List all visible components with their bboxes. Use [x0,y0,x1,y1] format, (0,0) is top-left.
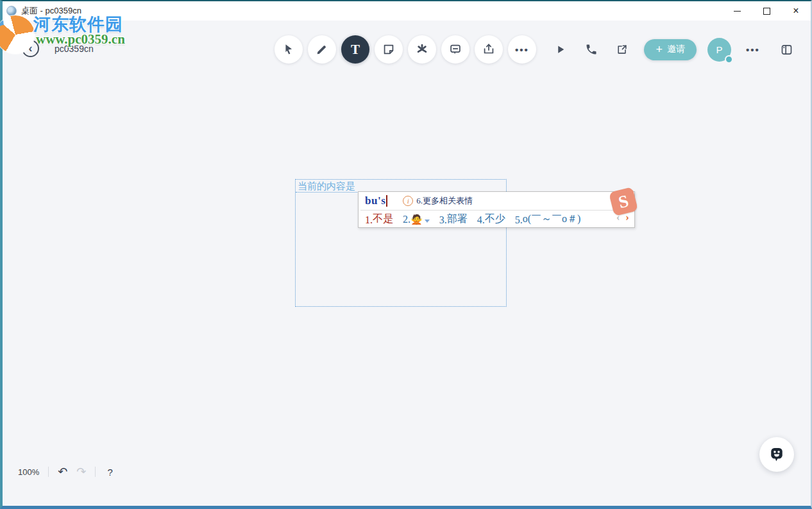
side-panel-toggle-button[interactable] [774,37,799,62]
undo-button[interactable]: ↶ [58,465,67,479]
close-icon: × [793,6,799,16]
board-name: pc0359cn [55,44,94,54]
back-button[interactable]: ‹ [22,40,39,57]
side-panel-icon [780,43,793,56]
plus-icon: + [656,44,663,55]
screen-share-icon [616,43,629,56]
candidate-dropdown-icon[interactable] [425,220,430,223]
shapes-asterisk-icon [415,42,429,56]
maximize-button[interactable] [752,1,781,21]
ime-emoji-hint[interactable]: 6.更多相关表情 [416,195,473,207]
no-gesture-emoji: 🙅 [410,214,423,225]
zoom-level[interactable]: 100% [18,467,39,477]
window-controls: × [722,1,811,21]
call-button[interactable] [579,37,604,62]
redo-button[interactable]: ↷ [76,465,86,479]
main-toolbar: T [275,35,536,64]
more-dots-icon: ••• [515,44,529,55]
window-title: 桌面 - pc0359cn [21,5,81,17]
ime-composition-row: bu's i 6.更多相关表情 [359,192,634,210]
upload-tool-button[interactable] [475,35,503,64]
close-button[interactable]: × [781,1,811,21]
text-tool-icon: T [351,42,360,58]
pen-tool-button[interactable] [308,35,336,64]
titlebar: 桌面 - pc0359cn × [3,1,811,21]
avatar-initial: P [716,44,722,55]
ime-candidate-1[interactable]: 1.不是 [365,212,393,226]
upload-icon [482,42,496,56]
app-window: 桌面 - pc0359cn × 河东软件园 www.pc0359.cn ‹ pc… [0,0,812,509]
more-tools-button[interactable]: ••• [508,35,536,64]
ime-candidate-3[interactable]: 3.部署 [439,212,468,226]
maximize-icon [763,8,770,15]
ime-composition: bu's [365,194,385,207]
app-icon [6,6,17,16]
board-header: ‹ pc0359cn [22,40,94,57]
collaboration-toolbar: + 邀请 P ••• [548,35,799,64]
ime-candidate-4[interactable]: 4.不少 [477,212,505,226]
present-button[interactable] [548,37,573,62]
comment-tool-button[interactable] [441,35,469,64]
chat-button[interactable] [759,437,794,472]
back-chevron-icon: ‹ [28,42,32,54]
pencil-icon [315,42,329,56]
sticky-note-icon [382,42,396,56]
invite-button[interactable]: + 邀请 [644,39,697,60]
text-box-content: 当前的内容是 [298,180,355,193]
status-bar: 100% ↶ ↷ ? [18,465,115,479]
minimize-button[interactable] [722,1,752,21]
divider [95,467,96,477]
sticky-note-tool-button[interactable] [375,35,403,64]
shapes-tool-button[interactable] [408,35,436,64]
help-button[interactable]: ? [105,467,115,478]
invite-label: 邀请 [667,44,685,55]
minimize-icon [734,11,741,12]
info-icon: i [403,196,413,206]
ime-candidates-row: 1.不是 2.🙅 3.部署 4.不少 5.o(￣～￣o＃) [359,211,634,228]
chat-smiley-icon [768,445,786,463]
ime-candidate-5[interactable]: 5.o(￣～￣o＃) [515,212,581,226]
online-status-dot [725,55,733,64]
screen-share-button[interactable] [609,37,635,62]
phone-icon [585,43,598,56]
more-options-button[interactable]: ••• [741,44,765,55]
canvas-workspace[interactable]: 河东软件园 www.pc0359.cn ‹ pc0359cn T [3,21,811,487]
ime-caret [386,195,387,207]
play-icon [555,44,566,55]
cursor-icon [282,42,296,56]
select-tool-button[interactable] [275,35,303,64]
comment-icon [448,42,462,56]
user-avatar[interactable]: P [707,38,731,62]
ime-candidate-2[interactable]: 2.🙅 [403,214,430,225]
divider [48,467,49,477]
text-tool-button[interactable]: T [341,35,369,64]
ime-popup: bu's i 6.更多相关表情 1.不是 2.🙅 3.部署 4.不少 [358,191,635,228]
